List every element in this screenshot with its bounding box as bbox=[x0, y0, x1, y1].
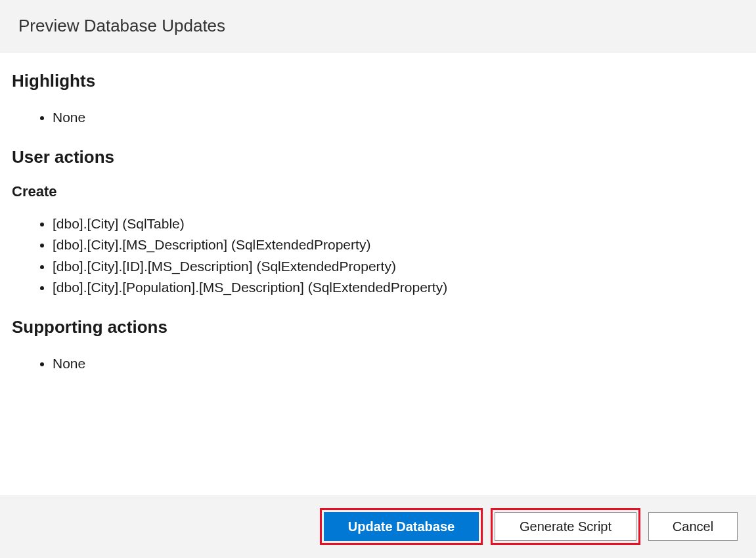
list-item: None bbox=[53, 107, 744, 129]
dialog-header: Preview Database Updates bbox=[0, 0, 756, 53]
highlight-box: Update Database bbox=[320, 508, 483, 545]
highlights-heading: Highlights bbox=[12, 71, 744, 91]
list-item: [dbo].[City].[ID].[MS_Description] (SqlE… bbox=[53, 256, 744, 278]
list-item: [dbo].[City].[MS_Description] (SqlExtend… bbox=[53, 234, 744, 256]
list-item: [dbo].[City] (SqlTable) bbox=[53, 213, 744, 235]
list-item: None bbox=[53, 353, 744, 375]
dialog-content: Highlights None User actions Create [dbo… bbox=[0, 53, 756, 495]
user-actions-heading: User actions bbox=[12, 147, 744, 167]
highlights-list: None bbox=[12, 107, 744, 129]
create-heading: Create bbox=[12, 183, 744, 200]
supporting-actions-list: None bbox=[12, 353, 744, 375]
generate-script-button[interactable]: Generate Script bbox=[495, 512, 636, 541]
supporting-actions-heading: Supporting actions bbox=[12, 317, 744, 337]
dialog-title: Preview Database Updates bbox=[18, 16, 738, 36]
create-list: [dbo].[City] (SqlTable) [dbo].[City].[MS… bbox=[12, 213, 744, 299]
highlight-box: Generate Script bbox=[491, 508, 640, 545]
list-item: [dbo].[City].[Population].[MS_Descriptio… bbox=[53, 277, 744, 299]
cancel-button[interactable]: Cancel bbox=[648, 512, 738, 541]
dialog-footer: Update Database Generate Script Cancel bbox=[0, 495, 756, 558]
update-database-button[interactable]: Update Database bbox=[324, 512, 479, 541]
